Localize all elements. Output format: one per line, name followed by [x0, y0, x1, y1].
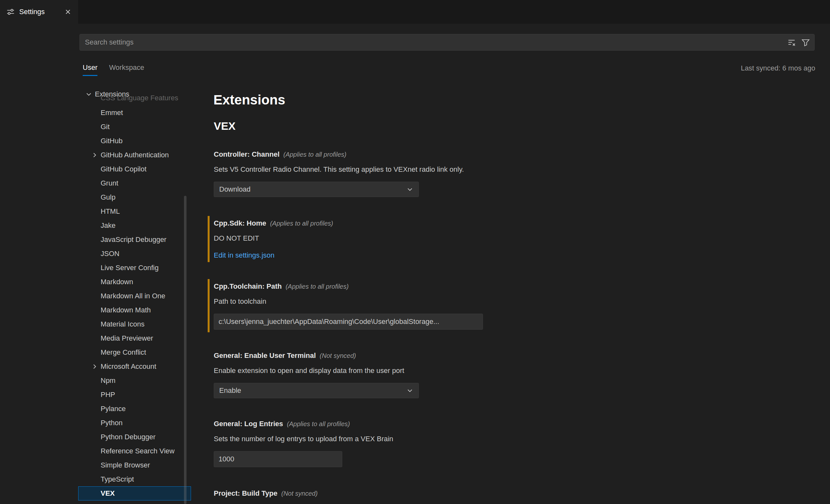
setting-title: Cpp.Toolchain:Path(Applies to all profil…: [214, 282, 817, 291]
tree-item[interactable]: Grunt: [78, 176, 191, 190]
modified-indicator: [208, 216, 210, 262]
setting-controller-channel: Controller:Channel(Applies to all profil…: [208, 150, 817, 197]
setting-scope-label: (Not synced): [320, 352, 356, 359]
tab-user[interactable]: User: [83, 63, 97, 76]
tree-item[interactable]: GitHub Authentication: [78, 148, 191, 162]
settings-scope-bar: User Workspace Last synced: 6 mos ago: [83, 63, 815, 78]
setting-title: Project:Build Type(Not synced): [214, 489, 817, 498]
tree-item[interactable]: Python Debugger: [78, 430, 191, 444]
setting-scope-label: (Not synced): [281, 490, 318, 497]
tree-item[interactable]: Markdown All in One: [78, 289, 191, 303]
tree-scrollbar[interactable]: [184, 196, 187, 504]
settings-search-bar: [79, 34, 815, 51]
tree-item[interactable]: TypeScript: [78, 472, 191, 486]
chevron-down-icon: [406, 387, 413, 394]
toolchain-path-input[interactable]: [214, 314, 483, 330]
tree-item[interactable]: Merge Conflict: [78, 345, 191, 359]
tree-item[interactable]: Material Icons: [78, 317, 191, 331]
setting-description: DO NOT EDIT: [214, 233, 817, 243]
tree-item[interactable]: GitHub Copilot: [78, 162, 191, 176]
tree-item[interactable]: Media Previewer: [78, 331, 191, 345]
setting-scope-label: (Applies to all profiles): [270, 220, 333, 227]
tree-item[interactable]: PHP: [78, 388, 191, 402]
tree-item[interactable]: JSON: [78, 247, 191, 261]
last-synced-label: Last synced: 6 mos ago: [741, 63, 815, 72]
close-icon[interactable]: [64, 8, 72, 16]
setting-scope-label: (Applies to all profiles): [283, 151, 346, 158]
tree-item[interactable]: Markdown: [78, 275, 191, 289]
vscode-settings-window: Settings User: [0, 0, 830, 504]
tab-title: Settings: [19, 8, 45, 16]
setting-enable-user-terminal: General:Enable User Terminal(Not synced)…: [208, 351, 817, 398]
setting-description: Sets the number of log entrys to upload …: [214, 434, 817, 444]
setting-scope-label: (Applies to all profiles): [287, 420, 350, 428]
log-entries-input[interactable]: [214, 451, 342, 467]
tree-item[interactable]: Live Server Config: [78, 261, 191, 275]
setting-description: Path to toolchain: [214, 297, 817, 306]
setting-cpp-sdk-home: Cpp.Sdk:Home(Applies to all profiles) DO…: [208, 219, 817, 259]
setting-log-entries: General:Log Entries(Applies to all profi…: [208, 419, 817, 467]
controller-channel-select[interactable]: Download: [214, 182, 419, 197]
tree-item[interactable]: Microsoft Account: [78, 359, 191, 374]
setting-title: Cpp.Sdk:Home(Applies to all profiles): [214, 219, 817, 228]
chevron-down-icon: [85, 91, 92, 98]
chevron-down-icon: [406, 186, 413, 193]
settings-tab[interactable]: Settings: [0, 0, 78, 24]
setting-description: Sets V5 Controller Radio Channel. This s…: [214, 165, 817, 174]
setting-description: Enable extension to open and display dat…: [214, 366, 817, 376]
setting-scope-label: (Applies to all profiles): [286, 283, 349, 290]
modified-indicator: [208, 279, 210, 332]
tree-item[interactable]: Reference Search View: [78, 444, 191, 458]
tree-item[interactable]: Simple Browser: [78, 458, 191, 472]
setting-project-build-type: Project:Build Type(Not synced): [208, 489, 817, 498]
tree-item-vex[interactable]: VEX: [78, 486, 191, 501]
setting-title: General:Log Entries(Applies to all profi…: [214, 419, 817, 429]
enable-user-terminal-select[interactable]: Enable: [214, 383, 419, 398]
tree-item[interactable]: HTML: [78, 204, 191, 219]
tree-item[interactable]: Gulp: [78, 190, 191, 204]
tree-item[interactable]: Python: [78, 416, 191, 430]
settings-tree: Emmet Git GitHub GitHub Authentication G…: [78, 106, 191, 504]
edit-in-settings-json-link[interactable]: Edit in settings.json: [214, 251, 275, 259]
section-heading-vex: VEX: [214, 120, 235, 132]
setting-title: Controller:Channel(Applies to all profil…: [214, 150, 817, 159]
settings-sliders-icon: [6, 8, 15, 16]
chevron-right-icon: [91, 152, 98, 159]
tree-root-label: Extensions: [95, 90, 129, 98]
setting-cpp-toolchain-path: Cpp.Toolchain:Path(Applies to all profil…: [208, 282, 817, 330]
settings-search-input[interactable]: [85, 38, 787, 46]
tree-item[interactable]: GitHub: [78, 134, 191, 148]
filter-funnel-icon[interactable]: [801, 38, 810, 46]
tree-item[interactable]: Jake: [78, 219, 191, 232]
tree-item[interactable]: JavaScript Debugger: [78, 232, 191, 247]
editor-tab-bar: Settings: [0, 0, 830, 24]
setting-title: General:Enable User Terminal(Not synced): [214, 351, 817, 360]
tree-item[interactable]: Emmet: [78, 106, 191, 120]
tree-item[interactable]: Git: [78, 120, 191, 134]
tree-item[interactable]: Pylance: [78, 402, 191, 416]
content-heading: Extensions: [214, 92, 285, 108]
clear-filters-icon[interactable]: [787, 38, 796, 46]
tree-root-extensions[interactable]: Extensions: [78, 87, 191, 101]
tree-item[interactable]: Npm: [78, 374, 191, 388]
tab-workspace[interactable]: Workspace: [109, 63, 144, 75]
tree-item[interactable]: Markdown Math: [78, 303, 191, 317]
chevron-right-icon: [91, 363, 98, 370]
